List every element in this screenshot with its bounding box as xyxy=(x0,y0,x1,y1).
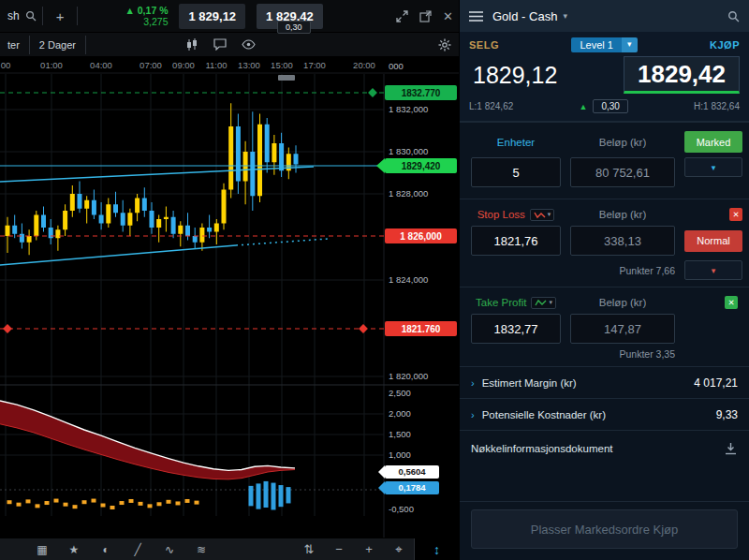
change-absolute: 3,275 xyxy=(125,16,168,27)
download-icon[interactable] xyxy=(724,442,738,455)
svg-text:09:00: 09:00 xyxy=(172,60,195,70)
remove-stop-loss-button[interactable]: ✕ xyxy=(729,208,742,221)
svg-text:1 830,000: 1 830,000 xyxy=(389,146,428,156)
zoom-out-icon[interactable]: − xyxy=(324,542,354,556)
place-market-order-button[interactable]: Plasser Markedsordre Kjøp xyxy=(471,509,738,549)
svg-text:11:00: 11:00 xyxy=(205,60,227,70)
price-chart[interactable]: 0001:0004:0007:0009:0011:0013:0015:0017:… xyxy=(0,57,459,538)
order-ticket-panel: Gold - Cash ▾ SELG Level 1 ▾ KJØP 1829,1… xyxy=(459,0,749,560)
buy-price[interactable]: 1829,42 xyxy=(624,56,740,94)
drawing-line-icon[interactable]: ╱ xyxy=(122,543,154,556)
units-label: Enheter xyxy=(471,137,561,148)
new-chart-tab-button[interactable]: + xyxy=(49,8,72,24)
amount-label: Beløp (kr) xyxy=(570,137,675,148)
chevron-right-icon: › xyxy=(471,409,475,420)
vertical-scale-button[interactable]: ↕ xyxy=(414,538,459,560)
window-controls: ✕ xyxy=(396,9,453,23)
svg-text:1,500: 1,500 xyxy=(389,429,411,439)
units-input[interactable] xyxy=(471,157,561,187)
interval-label[interactable]: ter xyxy=(7,39,20,51)
sell-side-label[interactable]: SELG xyxy=(469,39,499,51)
chevron-right-icon: › xyxy=(471,377,475,389)
spread-value: 0,30 xyxy=(593,99,627,113)
gear-icon[interactable] xyxy=(438,38,451,52)
take-profit-amount-input[interactable] xyxy=(570,314,675,344)
search-icon[interactable] xyxy=(727,10,740,22)
stop-loss-type-dropdown[interactable]: ▾ xyxy=(684,260,742,280)
order-panel-header: Gold - Cash ▾ xyxy=(460,0,749,32)
wave-tool-icon[interactable]: ∿ xyxy=(154,543,185,556)
costs-value: 9,33 xyxy=(716,408,738,421)
instrument-name: Gold - Cash xyxy=(492,9,557,23)
svg-text:1821.760: 1821.760 xyxy=(402,324,441,334)
zoom-controls: ⇅ − + ⌖ ↕ xyxy=(294,538,459,560)
estimated-margin-row[interactable]: › Estimert Margin (kr) 4 017,21 xyxy=(460,366,749,398)
svg-text:1829,420: 1829,420 xyxy=(402,161,441,171)
take-profit-label[interactable]: Take Profit xyxy=(476,297,526,308)
search-icon[interactable] xyxy=(25,10,37,22)
chart-settings-toolbar: ter 2 Dager xyxy=(0,33,459,57)
visibility-eye-icon[interactable] xyxy=(242,39,256,50)
buy-side-label[interactable]: KJØP xyxy=(710,39,740,51)
chart-tools xyxy=(185,38,256,52)
svg-text:13:00: 13:00 xyxy=(238,60,260,70)
zoom-in-icon[interactable]: + xyxy=(354,542,384,556)
time-axis: 0001:0004:0007:0009:0011:0013:0015:0017:… xyxy=(1,60,375,70)
remove-take-profit-button[interactable]: ✕ xyxy=(725,296,738,309)
divider xyxy=(29,36,30,54)
favorites-star-icon[interactable]: ★ xyxy=(58,543,90,556)
svg-text:17:00: 17:00 xyxy=(303,60,326,70)
level-selector[interactable]: Level 1 ▾ xyxy=(571,37,637,52)
stop-loss-label[interactable]: Stop Loss xyxy=(477,209,525,220)
stop-loss-type-button[interactable]: Normal xyxy=(684,230,742,252)
take-profit-amount-label: Beløp (kr) xyxy=(570,297,675,308)
stop-loss-type-icon[interactable]: ▾ xyxy=(530,209,555,221)
expand-icon[interactable] xyxy=(396,10,408,22)
grid-icon[interactable]: ▦ xyxy=(26,543,58,556)
svg-text:07:00: 07:00 xyxy=(140,60,162,70)
sell-price[interactable]: 1829,12 xyxy=(473,62,557,89)
divider xyxy=(42,7,43,25)
take-profit-price-input[interactable] xyxy=(471,314,561,344)
chart-toolbar: sh + ▲ 0,17 % 3,275 1 829,12 1 829,42 0,… xyxy=(0,0,459,33)
key-information-document-row: Nøkkelinformasjonsdokument xyxy=(460,430,749,465)
annotation-icon[interactable] xyxy=(213,38,227,51)
margin-value: 4 017,21 xyxy=(694,376,738,390)
order-type-dropdown[interactable]: ▾ xyxy=(684,157,742,177)
candlestick-type-icon[interactable] xyxy=(185,38,198,52)
menu-icon[interactable] xyxy=(469,11,483,22)
svg-text:1 820,000: 1 820,000 xyxy=(389,371,428,381)
svg-text:1 824,000: 1 824,000 xyxy=(389,274,428,285)
divider xyxy=(85,36,86,54)
submit-area: Plasser Markedsordre Kjøp xyxy=(460,501,749,560)
order-type-button[interactable]: Marked xyxy=(684,131,742,153)
close-icon[interactable]: ✕ xyxy=(443,9,453,23)
svg-text:-0,500: -0,500 xyxy=(389,504,414,514)
indicator-icon[interactable]: ≋ xyxy=(185,543,217,556)
svg-text:2,000: 2,000 xyxy=(389,408,411,419)
svg-text:0,1784: 0,1784 xyxy=(398,482,426,493)
spread-badge: 0,30 xyxy=(277,21,311,34)
chevron-down-icon: ▾ xyxy=(563,11,567,21)
sell-price-button[interactable]: 1 829,12 xyxy=(179,4,245,29)
take-profit-type-icon[interactable]: ▾ xyxy=(531,297,556,309)
instrument-selector[interactable]: Gold - Cash ▾ xyxy=(492,9,567,23)
stop-loss-amount-input[interactable] xyxy=(570,226,675,256)
day-high: H:1 832,64 xyxy=(694,101,740,111)
svg-text:1832.770: 1832.770 xyxy=(402,88,441,98)
stop-loss-amount-label: Beløp (kr) xyxy=(570,209,675,220)
scale-swap-icon[interactable]: ⇅ xyxy=(294,542,324,556)
amount-input[interactable] xyxy=(570,157,675,187)
potential-costs-row[interactable]: › Potensielle Kostnader (kr) 9,33 xyxy=(460,398,749,430)
stop-loss-price-input[interactable] xyxy=(471,226,561,256)
chart-panel: sh + ▲ 0,17 % 3,275 1 829,12 1 829,42 0,… xyxy=(0,0,459,560)
scroll-handle[interactable] xyxy=(278,75,295,81)
contrast-theme-icon[interactable]: ◐ xyxy=(90,543,122,556)
chart-area[interactable]: 0001:0004:0007:0009:0011:0013:0015:0017:… xyxy=(0,57,459,538)
crosshair-icon[interactable]: ⌖ xyxy=(384,542,414,557)
popout-icon[interactable] xyxy=(419,10,432,22)
symbol-tab-label[interactable]: sh xyxy=(7,9,20,22)
svg-text:00: 00 xyxy=(1,60,11,70)
range-selector[interactable]: 2 Dager xyxy=(39,39,76,51)
price-levels: 1832.7701829,4201 826,0001821.760 xyxy=(0,85,457,336)
